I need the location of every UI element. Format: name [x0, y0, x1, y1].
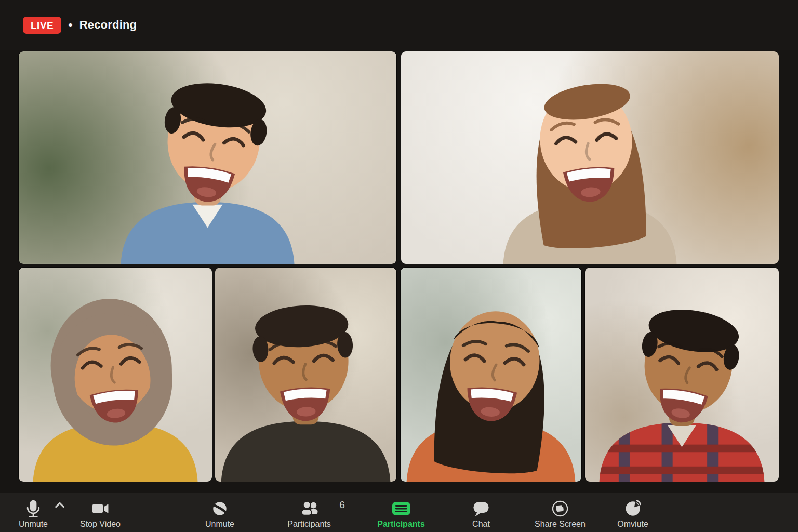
meeting-window: LIVE • Recording: [0, 0, 798, 532]
microphone-icon: [23, 498, 44, 519]
toolbar-item-label: Chat: [472, 520, 490, 529]
participant-avatar: [215, 268, 396, 482]
toolbar-item-participants[interactable]: Participants6: [287, 498, 331, 529]
toolbar-item-label: Omviute: [617, 520, 648, 529]
participant-avatar: [19, 51, 396, 264]
participant-avatar: [401, 51, 779, 264]
toolbar-item-video[interactable]: Stop Video: [80, 498, 121, 529]
toolbar-item-label: Unmute: [19, 520, 48, 529]
toolbar-item-label: Stop Video: [80, 520, 121, 529]
toolbar-item-share[interactable]: Share Screen: [535, 498, 586, 529]
participant-avatar: [401, 268, 581, 482]
video-tile-3: [19, 268, 212, 482]
toolbar: Leave Unmute Stop Video Unmute Participa…: [0, 493, 798, 532]
video-grid: [0, 0, 798, 532]
circle-notch-icon: [622, 498, 643, 519]
toolbar-item-participants-panel[interactable]: Participants: [377, 498, 425, 529]
participant-count-badge: 6: [339, 499, 345, 511]
participant-avatar: [19, 268, 212, 482]
toolbar-item-label: Participants: [287, 520, 331, 529]
video-tile-4: [215, 268, 396, 482]
audio-circle-icon: [209, 498, 230, 519]
toolbar-item-label: Participants: [377, 520, 425, 529]
video-tile-6: [585, 268, 779, 482]
toolbar-item-label: Unmute: [205, 520, 234, 529]
video-tile-5: [401, 268, 581, 482]
video-tile-2: [401, 51, 779, 264]
participants-icon: [299, 498, 320, 519]
toolbar-item-label: Share Screen: [535, 520, 586, 529]
toolbar-item-omviute[interactable]: Omviute: [617, 498, 648, 529]
chevron-up-icon: [49, 495, 70, 518]
toolbar-item-audio[interactable]: Unmute: [205, 498, 234, 529]
video-camera-icon: [90, 498, 111, 519]
participant-avatar: [585, 268, 779, 482]
list-icon: [391, 498, 411, 519]
chat-bubble-icon: [471, 498, 491, 519]
toolbar-item-chat[interactable]: Chat: [471, 498, 491, 529]
toolbar-item-mic[interactable]: Unmute: [19, 498, 48, 529]
mic-options-chevron[interactable]: [52, 499, 68, 514]
share-screen-icon: [550, 498, 570, 519]
video-tile-1: [19, 51, 396, 264]
